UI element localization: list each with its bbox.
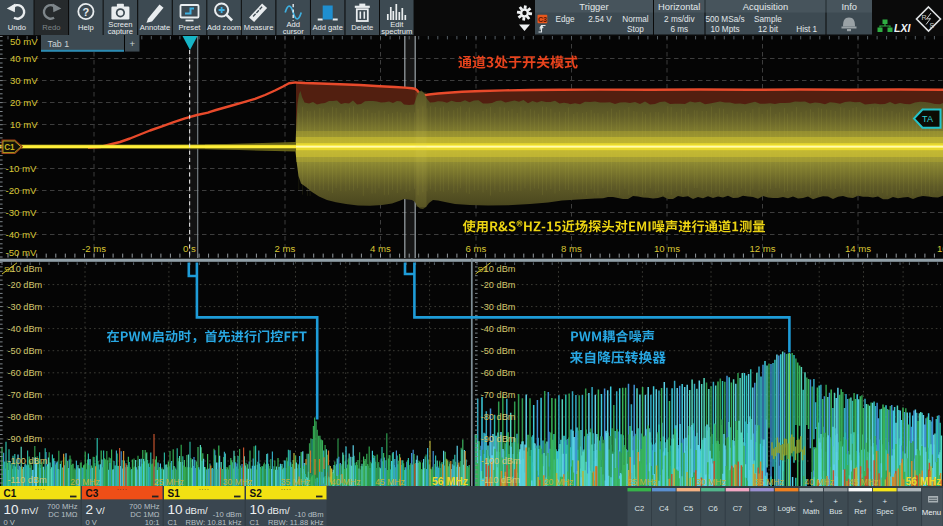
svg-text:10 dBm/: 10 dBm/ [250, 502, 290, 517]
svg-text:Ref: Ref [854, 507, 867, 516]
svg-text:-20 dBm: -20 dBm [481, 280, 516, 290]
svg-text:+: + [882, 497, 887, 506]
svg-text:Delete: Delete [351, 23, 373, 32]
svg-text:Normal: Normal [622, 15, 649, 24]
svg-text:12 bit: 12 bit [758, 25, 779, 34]
svg-text:6 ms: 6 ms [670, 25, 688, 34]
svg-text:C3: C3 [86, 488, 99, 499]
svg-text:-70 dBm: -70 dBm [481, 390, 516, 400]
svg-text:-20 mV: -20 mV [6, 185, 38, 196]
svg-text:S1: S1 [168, 488, 181, 499]
svg-text:C4: C4 [659, 504, 669, 513]
svg-text:-90 dBm: -90 dBm [481, 434, 516, 444]
svg-text:20 MHz: 20 MHz [70, 477, 100, 487]
svg-text:+: + [809, 497, 814, 506]
svg-text:-40 dBm: -40 dBm [481, 324, 516, 334]
svg-text:C3: C3 [538, 16, 547, 23]
svg-text:LXI: LXI [894, 22, 911, 34]
svg-text:40 MHz: 40 MHz [331, 477, 361, 487]
svg-text:-2 ms: -2 ms [82, 243, 106, 254]
svg-text:Logic: Logic [778, 504, 796, 513]
svg-text:RBW: 10.81 kHz: RBW: 10.81 kHz [186, 518, 242, 526]
svg-text:20 MHz: 20 MHz [544, 477, 574, 487]
svg-text:-30 dBm: -30 dBm [8, 302, 43, 312]
svg-text:Redo: Redo [42, 23, 60, 32]
svg-text:Menu: Menu [922, 508, 942, 517]
svg-text:-50 dBm: -50 dBm [481, 346, 516, 356]
svg-text:RBW: 11.88 kHz: RBW: 11.88 kHz [268, 518, 324, 526]
svg-text:-40 dBm: -40 dBm [8, 324, 43, 334]
svg-text:30 MHz: 30 MHz [223, 477, 253, 487]
svg-text:C1: C1 [4, 488, 17, 499]
svg-text:6 ms: 6 ms [466, 243, 487, 254]
svg-text:-50 mV: -50 mV [6, 247, 38, 258]
svg-text:-20 dBm: -20 dBm [8, 280, 43, 290]
svg-text:-40 mV: -40 mV [6, 229, 38, 240]
svg-text:2 ms/div: 2 ms/div [664, 15, 695, 24]
svg-text:-60 dBm: -60 dBm [481, 368, 516, 378]
svg-text:C1: C1 [250, 518, 260, 526]
svg-text:Preset: Preset [179, 23, 202, 32]
svg-text:Help: Help [78, 23, 94, 32]
svg-text:····: ···· [117, 486, 128, 493]
svg-text:30 MHz: 30 MHz [696, 477, 726, 487]
svg-text:Sample: Sample [754, 15, 782, 24]
svg-text:Math: Math [803, 507, 820, 516]
svg-text:10 mV/: 10 mV/ [4, 502, 39, 517]
svg-text:45 MHz: 45 MHz [849, 477, 879, 487]
svg-text:····: ···· [35, 486, 46, 493]
svg-text:Undo: Undo [8, 23, 26, 32]
svg-text:capture: capture [108, 27, 133, 36]
svg-text:DC 1MΩ: DC 1MΩ [48, 510, 78, 519]
svg-text:10 ms: 10 ms [654, 243, 680, 254]
svg-text:Stop: Stop [627, 25, 644, 34]
svg-text:S2: S2 [250, 488, 263, 499]
svg-text:Add gate: Add gate [312, 23, 342, 32]
svg-text:10 Mpts: 10 Mpts [710, 25, 739, 34]
svg-text:S: S [930, 22, 935, 29]
svg-text:40 mV: 40 mV [10, 53, 38, 64]
svg-text:Annotate: Annotate [140, 23, 170, 32]
svg-text:-10 mV: -10 mV [6, 163, 38, 174]
svg-text:C5: C5 [684, 504, 694, 513]
svg-text:40 MHz: 40 MHz [804, 477, 834, 487]
svg-text:-100 dBm: -100 dBm [481, 456, 521, 466]
svg-text:20 mV: 20 mV [10, 97, 38, 108]
svg-text:0 s: 0 s [183, 243, 196, 254]
svg-text:Horizontal: Horizontal [658, 1, 700, 12]
svg-text:····: ···· [281, 486, 292, 493]
svg-text:TA: TA [922, 114, 933, 124]
svg-text:56 MHz: 56 MHz [432, 476, 468, 487]
svg-text:C8: C8 [757, 504, 767, 513]
svg-text:spectrum: spectrum [381, 27, 412, 36]
svg-text:····: ···· [199, 486, 210, 493]
svg-text:25 MHz: 25 MHz [154, 477, 184, 487]
svg-text:Add zoom: Add zoom [207, 23, 241, 32]
svg-text:cursor: cursor [283, 27, 305, 36]
svg-text:0 V: 0 V [86, 518, 98, 526]
svg-text:C1: C1 [168, 518, 178, 526]
svg-text:C6: C6 [708, 504, 718, 513]
svg-text:-60 dBm: -60 dBm [8, 368, 43, 378]
svg-text:14 ms: 14 ms [845, 243, 871, 254]
svg-text:Spec: Spec [876, 507, 894, 516]
svg-text:R: R [922, 14, 927, 21]
svg-text:-50 dBm: -50 dBm [8, 346, 43, 356]
svg-text:4 ms: 4 ms [370, 243, 391, 254]
svg-text:Bus: Bus [829, 507, 842, 516]
svg-text:C7: C7 [733, 504, 743, 513]
svg-text:-80 dBm: -80 dBm [481, 412, 516, 422]
svg-text:+: + [858, 497, 863, 506]
svg-text:35 MHz: 35 MHz [754, 477, 784, 487]
svg-text:10 dBm/: 10 dBm/ [168, 502, 208, 517]
svg-text:25 MHz: 25 MHz [628, 477, 658, 487]
svg-text:-80 dBm: -80 dBm [8, 412, 43, 422]
svg-text:2.54 V: 2.54 V [588, 15, 612, 24]
svg-text:Hist 1: Hist 1 [796, 25, 817, 34]
svg-text:-70 dBm: -70 dBm [8, 390, 43, 400]
svg-text:2 ms: 2 ms [275, 243, 296, 254]
svg-text:?: ? [83, 6, 90, 18]
svg-text:C2: C2 [634, 504, 644, 513]
svg-text:0 V: 0 V [4, 518, 16, 526]
svg-text:Acquisition: Acquisition [743, 1, 788, 12]
